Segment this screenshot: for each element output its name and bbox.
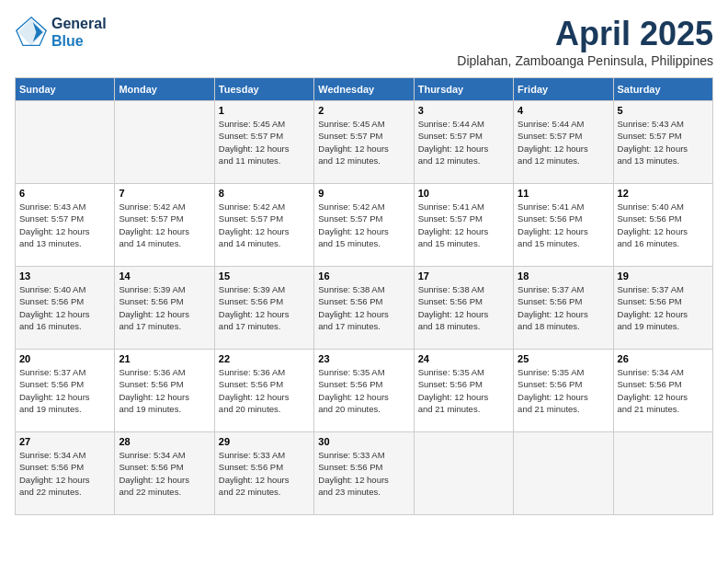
day-info: Sunrise: 5:44 AM Sunset: 5:57 PM Dayligh… [418,118,509,167]
day-info: Sunrise: 5:44 AM Sunset: 5:57 PM Dayligh… [518,118,609,167]
day-info: Sunrise: 5:42 AM Sunset: 5:57 PM Dayligh… [318,201,409,249]
day-number: 11 [518,188,609,199]
day-number: 19 [618,270,709,282]
calendar-day-6: 6Sunrise: 5:43 AM Sunset: 5:57 PM Daylig… [16,184,115,267]
weekday-header-thursday: Thursday [414,78,513,101]
calendar-day-21: 21Sunrise: 5:36 AM Sunset: 5:56 PM Dayli… [115,350,214,432]
empty-day-cell [16,101,115,184]
empty-day-cell [514,432,613,515]
day-number: 5 [618,105,709,116]
page-header: General Blue April 2025 Diplahan, Zamboa… [15,15,713,68]
day-info: Sunrise: 5:45 AM Sunset: 5:57 PM Dayligh… [318,118,409,167]
day-number: 8 [219,188,310,199]
calendar-day-2: 2Sunrise: 5:45 AM Sunset: 5:57 PM Daylig… [314,101,414,184]
calendar-day-1: 1Sunrise: 5:45 AM Sunset: 5:57 PM Daylig… [214,101,313,184]
day-info: Sunrise: 5:45 AM Sunset: 5:57 PM Dayligh… [219,118,310,167]
calendar-day-7: 7Sunrise: 5:42 AM Sunset: 5:57 PM Daylig… [115,184,214,267]
weekday-header-wednesday: Wednesday [314,78,414,101]
calendar-day-23: 23Sunrise: 5:35 AM Sunset: 5:56 PM Dayli… [314,350,414,432]
title-area: April 2025 Diplahan, Zamboanga Peninsula… [457,15,713,68]
day-info: Sunrise: 5:37 AM Sunset: 5:56 PM Dayligh… [618,283,709,332]
weekday-header-friday: Friday [514,78,613,101]
logo-icon [15,16,48,49]
calendar-day-30: 30Sunrise: 5:33 AM Sunset: 5:56 PM Dayli… [314,432,414,515]
day-number: 29 [219,436,310,447]
day-number: 21 [119,353,210,364]
weekday-header-saturday: Saturday [613,78,712,101]
calendar-day-13: 13Sunrise: 5:40 AM Sunset: 5:56 PM Dayli… [16,267,115,350]
calendar-day-25: 25Sunrise: 5:35 AM Sunset: 5:56 PM Dayli… [514,350,613,432]
calendar-day-9: 9Sunrise: 5:42 AM Sunset: 5:57 PM Daylig… [314,184,414,267]
calendar-day-17: 17Sunrise: 5:38 AM Sunset: 5:56 PM Dayli… [414,267,513,350]
day-number: 14 [119,270,210,282]
calendar-day-24: 24Sunrise: 5:35 AM Sunset: 5:56 PM Dayli… [414,350,513,432]
day-info: Sunrise: 5:38 AM Sunset: 5:56 PM Dayligh… [418,283,509,332]
day-number: 23 [318,353,409,364]
day-number: 20 [19,353,110,364]
calendar-day-11: 11Sunrise: 5:41 AM Sunset: 5:56 PM Dayli… [514,184,613,267]
calendar-day-29: 29Sunrise: 5:33 AM Sunset: 5:56 PM Dayli… [214,432,313,515]
day-info: Sunrise: 5:38 AM Sunset: 5:56 PM Dayligh… [318,283,409,332]
calendar-day-4: 4Sunrise: 5:44 AM Sunset: 5:57 PM Daylig… [514,101,613,184]
day-number: 24 [418,353,509,364]
day-info: Sunrise: 5:43 AM Sunset: 5:57 PM Dayligh… [618,118,709,167]
weekday-header-row: SundayMondayTuesdayWednesdayThursdayFrid… [16,78,713,101]
day-info: Sunrise: 5:39 AM Sunset: 5:56 PM Dayligh… [219,283,310,332]
day-number: 30 [318,436,409,447]
calendar-week-row: 20Sunrise: 5:37 AM Sunset: 5:56 PM Dayli… [16,350,713,432]
logo-text: General Blue [51,15,107,50]
empty-day-cell [613,432,712,515]
day-info: Sunrise: 5:35 AM Sunset: 5:56 PM Dayligh… [418,366,509,415]
calendar-day-27: 27Sunrise: 5:34 AM Sunset: 5:56 PM Dayli… [16,432,115,515]
calendar-day-10: 10Sunrise: 5:41 AM Sunset: 5:57 PM Dayli… [414,184,513,267]
empty-day-cell [414,432,513,515]
day-number: 12 [618,188,709,199]
calendar-day-14: 14Sunrise: 5:39 AM Sunset: 5:56 PM Dayli… [115,267,214,350]
day-info: Sunrise: 5:43 AM Sunset: 5:57 PM Dayligh… [19,201,110,249]
empty-day-cell [115,101,214,184]
day-number: 28 [119,436,210,447]
calendar-day-16: 16Sunrise: 5:38 AM Sunset: 5:56 PM Dayli… [314,267,414,350]
day-number: 16 [318,270,409,282]
day-number: 13 [19,270,110,282]
day-info: Sunrise: 5:33 AM Sunset: 5:56 PM Dayligh… [219,449,310,498]
day-number: 26 [618,353,709,364]
calendar-day-8: 8Sunrise: 5:42 AM Sunset: 5:57 PM Daylig… [214,184,313,267]
calendar-day-19: 19Sunrise: 5:37 AM Sunset: 5:56 PM Dayli… [613,267,712,350]
weekday-header-tuesday: Tuesday [214,78,313,101]
calendar-table: SundayMondayTuesdayWednesdayThursdayFrid… [15,77,713,515]
day-number: 3 [418,105,509,116]
day-number: 9 [318,188,409,199]
day-number: 27 [19,436,110,447]
day-number: 17 [418,270,509,282]
day-info: Sunrise: 5:37 AM Sunset: 5:56 PM Dayligh… [518,283,609,332]
day-info: Sunrise: 5:36 AM Sunset: 5:56 PM Dayligh… [219,366,310,415]
day-info: Sunrise: 5:35 AM Sunset: 5:56 PM Dayligh… [518,366,609,415]
calendar-day-26: 26Sunrise: 5:34 AM Sunset: 5:56 PM Dayli… [613,350,712,432]
day-info: Sunrise: 5:41 AM Sunset: 5:56 PM Dayligh… [518,201,609,249]
day-number: 22 [219,353,310,364]
day-number: 18 [518,270,609,282]
day-info: Sunrise: 5:39 AM Sunset: 5:56 PM Dayligh… [119,283,210,332]
day-info: Sunrise: 5:41 AM Sunset: 5:57 PM Dayligh… [418,201,509,249]
calendar-day-12: 12Sunrise: 5:40 AM Sunset: 5:56 PM Dayli… [613,184,712,267]
day-info: Sunrise: 5:35 AM Sunset: 5:56 PM Dayligh… [318,366,409,415]
day-info: Sunrise: 5:42 AM Sunset: 5:57 PM Dayligh… [119,201,210,249]
calendar-day-15: 15Sunrise: 5:39 AM Sunset: 5:56 PM Dayli… [214,267,313,350]
calendar-day-5: 5Sunrise: 5:43 AM Sunset: 5:57 PM Daylig… [613,101,712,184]
calendar-day-28: 28Sunrise: 5:34 AM Sunset: 5:56 PM Dayli… [115,432,214,515]
calendar-day-22: 22Sunrise: 5:36 AM Sunset: 5:56 PM Dayli… [214,350,313,432]
calendar-day-18: 18Sunrise: 5:37 AM Sunset: 5:56 PM Dayli… [514,267,613,350]
day-number: 10 [418,188,509,199]
day-info: Sunrise: 5:34 AM Sunset: 5:56 PM Dayligh… [618,366,709,415]
day-number: 4 [518,105,609,116]
day-info: Sunrise: 5:34 AM Sunset: 5:56 PM Dayligh… [119,449,210,498]
day-info: Sunrise: 5:42 AM Sunset: 5:57 PM Dayligh… [219,201,310,249]
day-number: 7 [119,188,210,199]
month-title: April 2025 [457,15,713,53]
day-info: Sunrise: 5:40 AM Sunset: 5:56 PM Dayligh… [618,201,709,249]
day-info: Sunrise: 5:36 AM Sunset: 5:56 PM Dayligh… [119,366,210,415]
day-number: 25 [518,353,609,364]
calendar-day-20: 20Sunrise: 5:37 AM Sunset: 5:56 PM Dayli… [16,350,115,432]
calendar-day-3: 3Sunrise: 5:44 AM Sunset: 5:57 PM Daylig… [414,101,513,184]
